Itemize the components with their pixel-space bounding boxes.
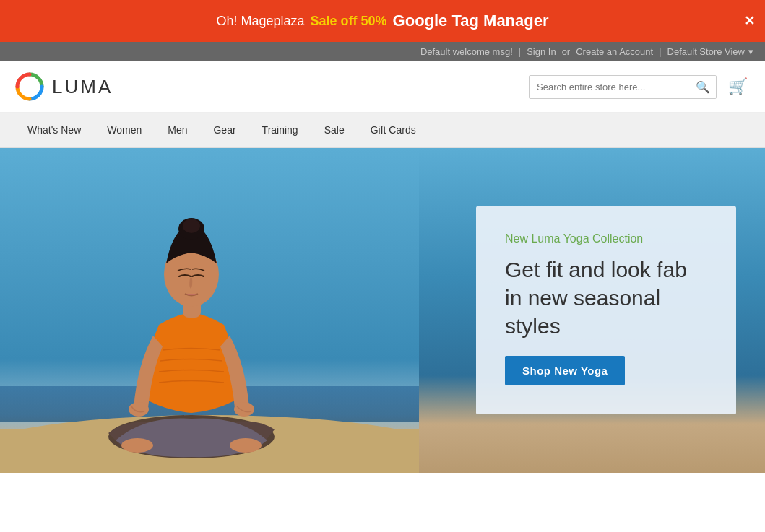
search-icon: 🔍 <box>696 81 710 93</box>
svg-point-11 <box>234 402 254 417</box>
header-right: 🔍 🛒 <box>529 74 751 99</box>
svg-point-10 <box>129 402 149 417</box>
nav-item-gear[interactable]: Gear <box>200 113 248 147</box>
banner-content: Oh! Mageplaza Sale off 50% Google Tag Ma… <box>216 12 548 30</box>
logo-area[interactable]: LUMA <box>14 71 113 102</box>
collection-label: New Luma Yoga Collection <box>505 232 707 245</box>
hero-headline: Get fit and look fab in new seasonal sty… <box>505 256 707 340</box>
svg-point-13 <box>230 438 262 453</box>
top-banner: Oh! Mageplaza Sale off 50% Google Tag Ma… <box>0 0 765 42</box>
cart-button[interactable]: 🛒 <box>725 74 751 99</box>
shop-new-yoga-button[interactable]: Shop New Yoga <box>505 356 625 385</box>
nav-item-women[interactable]: Women <box>94 113 155 147</box>
yoga-figure-illustration <box>0 148 419 473</box>
svg-point-12 <box>121 438 153 453</box>
nav-item-gift-cards[interactable]: Gift Cards <box>358 113 429 147</box>
luma-logo-icon <box>14 71 45 102</box>
logo-text: LUMA <box>52 76 113 98</box>
welcome-message: Default welcome msg! <box>420 46 513 57</box>
search-button[interactable]: 🔍 <box>690 76 716 98</box>
create-account-link[interactable]: Create an Account <box>576 46 653 57</box>
nav-item-training[interactable]: Training <box>249 113 311 147</box>
hero-card: New Luma Yoga Collection Get fit and loo… <box>476 206 736 414</box>
nav-item-men[interactable]: Men <box>155 113 200 147</box>
store-view-selector[interactable]: Default Store View <box>667 46 753 57</box>
nav-item-sale[interactable]: Sale <box>311 113 358 147</box>
search-box[interactable]: 🔍 <box>529 75 717 99</box>
or-text: or <box>562 46 571 57</box>
banner-sale: Sale off 50% <box>311 14 387 29</box>
cart-icon: 🛒 <box>728 77 748 95</box>
separator: | <box>519 46 521 57</box>
search-input[interactable] <box>530 76 690 98</box>
sign-in-link[interactable]: Sign In <box>527 46 556 57</box>
account-bar: Default welcome msg! | Sign In or Create… <box>0 42 765 61</box>
site-header: LUMA 🔍 🛒 <box>0 61 765 113</box>
hero-section: New Luma Yoga Collection Get fit and loo… <box>0 148 765 473</box>
banner-brand: Oh! Mageplaza <box>216 14 304 29</box>
store-view-chevron-icon <box>747 46 753 57</box>
banner-title: Google Tag Manager <box>393 12 549 30</box>
nav-item-whats-new[interactable]: What's New <box>14 113 94 147</box>
store-view-label: Default Store View <box>667 46 745 57</box>
separator-2: | <box>659 46 661 57</box>
main-navigation: What's New Women Men Gear Training Sale … <box>0 113 765 148</box>
banner-close-button[interactable]: ✕ <box>744 13 755 29</box>
svg-point-9 <box>183 219 200 233</box>
